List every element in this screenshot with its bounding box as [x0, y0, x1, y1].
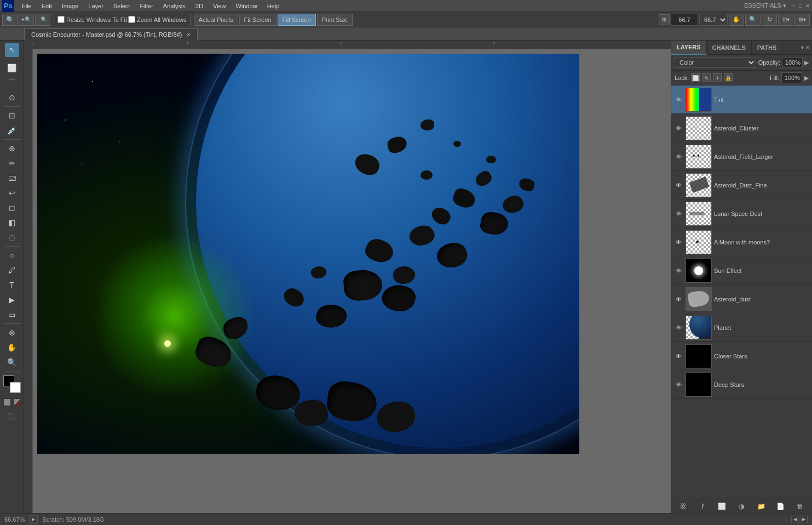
shape-tool[interactable]: ▭: [5, 307, 19, 322]
print-size-btn[interactable]: Print Size: [317, 14, 353, 26]
actual-pixels-btn[interactable]: Actual Pixels: [194, 14, 238, 26]
layer-moon-with-moons-visibility[interactable]: 👁: [673, 237, 683, 247]
nav-next-btn[interactable]: ▶: [800, 516, 808, 523]
layer-planet-visibility[interactable]: 👁: [673, 323, 683, 333]
eyedropper-tool[interactable]: 💉: [5, 123, 19, 138]
marquee-tool[interactable]: ⬜: [5, 61, 19, 75]
layers-tab[interactable]: LAYERS: [671, 41, 707, 55]
minimize-btn[interactable]: ─: [792, 3, 796, 9]
layer-new-btn[interactable]: 📄: [776, 501, 786, 511]
menu-filter[interactable]: Filter: [135, 2, 157, 10]
pen-tool[interactable]: 🖊: [5, 263, 19, 277]
lock-transparent-btn[interactable]: ⬜: [691, 73, 700, 82]
view-select-icon[interactable]: ⊡▾: [778, 14, 793, 26]
menu-image[interactable]: Image: [57, 2, 83, 10]
tab-close-btn[interactable]: ✕: [186, 32, 191, 38]
layer-sun-effect[interactable]: 👁 Sun Effect: [671, 256, 812, 285]
layer-closer-stars[interactable]: 👁 Closer Stars: [671, 342, 812, 370]
move-tool-icon[interactable]: ✋: [729, 14, 744, 26]
menu-window[interactable]: Window: [232, 2, 262, 10]
lock-all-btn[interactable]: 🔒: [724, 73, 733, 82]
lock-pixels-btn[interactable]: ✎: [702, 73, 711, 82]
layer-moon-with-moons[interactable]: 👁 A Moon with moons?: [671, 228, 812, 256]
document-tab[interactable]: Cosmic Encounter - Master.psd @ 66.7% (T…: [24, 28, 198, 41]
lock-position-btn[interactable]: +: [713, 73, 722, 82]
layer-sun-effect-visibility[interactable]: 👁: [673, 266, 683, 276]
layer-asteroid-field-larger-visibility[interactable]: 👁: [673, 152, 683, 162]
standard-mode-btn[interactable]: [3, 398, 11, 407]
zoom-all-input[interactable]: [128, 16, 135, 23]
fill-value[interactable]: 100%: [781, 72, 802, 83]
layer-closer-stars-visibility[interactable]: 👁: [673, 351, 683, 361]
menu-select[interactable]: Select: [109, 2, 135, 10]
brush-tool[interactable]: ✏: [5, 156, 19, 170]
fill-screen-btn[interactable]: Fill Screen: [278, 14, 316, 26]
eraser-tool[interactable]: ◻: [5, 201, 19, 215]
move-tool[interactable]: ↖: [5, 43, 19, 57]
zoom-tool-btn[interactable]: 🔍: [2, 14, 18, 26]
paths-tab[interactable]: PATHS: [752, 41, 783, 55]
fit-screen-btn[interactable]: Fit Screen: [239, 14, 277, 26]
menu-view[interactable]: View: [209, 2, 231, 10]
layer-delete-btn[interactable]: 🗑: [795, 501, 805, 511]
history-brush-tool[interactable]: ↩: [5, 186, 19, 200]
screen-mode-icon[interactable]: ⊞▾: [794, 14, 810, 26]
path-select-tool[interactable]: ▶: [5, 293, 19, 307]
clone-stamp-tool[interactable]: 🖃: [5, 171, 19, 185]
zoom-glass-icon[interactable]: 🔍: [745, 14, 761, 26]
layer-adjustment-btn[interactable]: ◑: [736, 501, 746, 511]
layer-tint[interactable]: 👁 Tint: [671, 85, 812, 114]
rotate-tool-icon[interactable]: ↻: [762, 14, 777, 26]
menu-3d[interactable]: 3D: [191, 2, 208, 10]
zoom-preset-select[interactable]: 66.71005025: [699, 14, 728, 26]
blur-tool[interactable]: ◌: [5, 230, 19, 244]
layer-asteroid-cluster-visibility[interactable]: 👁: [673, 123, 683, 133]
maximize-btn[interactable]: □: [799, 3, 802, 9]
menu-file[interactable]: File: [18, 2, 36, 10]
resize-windows-check[interactable]: Resize Windows To Fit: [57, 16, 127, 23]
resize-windows-input[interactable]: [57, 16, 65, 23]
layer-deep-stars[interactable]: 👁 Deep Stars: [671, 370, 812, 399]
spot-heal-tool[interactable]: ⊕: [5, 141, 19, 156]
quick-select-tool[interactable]: ⊙: [5, 90, 19, 105]
layer-lunar-space-dust-visibility[interactable]: 👁: [673, 209, 683, 219]
zoom-all-check[interactable]: Zoom All Windows: [128, 16, 186, 23]
crop-tool[interactable]: ⊡: [5, 109, 19, 123]
blend-mode-select[interactable]: Color NormalMultiplyScreen: [675, 57, 756, 68]
panel-collapse-btn[interactable]: ▾ ✕: [801, 44, 810, 50]
3d-rotate-tool[interactable]: ⊛: [5, 326, 19, 340]
layer-asteroid-dust-fine-visibility[interactable]: 👁: [673, 180, 683, 190]
layer-asteroid-dust[interactable]: 👁 Asteroid_dust: [671, 285, 812, 313]
menu-help[interactable]: Help: [263, 2, 284, 10]
nav-prev-btn[interactable]: ◀: [791, 516, 799, 523]
fill-arrow[interactable]: ▶: [804, 75, 809, 82]
zoom-out-btn[interactable]: -🔍: [35, 14, 50, 26]
lasso-tool[interactable]: ⌒: [5, 76, 19, 90]
layer-asteroid-dust-visibility[interactable]: 👁: [673, 294, 683, 304]
menu-layer[interactable]: Layer: [84, 2, 108, 10]
canvas-wrapper[interactable]: [33, 49, 671, 513]
zoom-tool[interactable]: 🔍: [5, 355, 19, 369]
layer-fx-btn[interactable]: f: [698, 501, 707, 511]
opacity-arrow[interactable]: ▶: [804, 59, 809, 66]
gradient-tool[interactable]: ◧: [5, 215, 19, 230]
hand-tool[interactable]: ✋: [5, 340, 19, 355]
background-color[interactable]: [10, 382, 21, 393]
screen-mode-btn[interactable]: ⬛: [5, 409, 19, 424]
layer-mask-btn[interactable]: ⬜: [717, 501, 727, 511]
layer-link-btn[interactable]: ⛓: [678, 501, 688, 511]
menu-analysis[interactable]: Analysis: [159, 2, 190, 10]
channels-tab[interactable]: CHANNELS: [707, 41, 752, 55]
layer-lunar-space-dust[interactable]: 👁 Lunar Space Dust: [671, 199, 812, 228]
quick-mask-btn[interactable]: [13, 398, 21, 407]
layer-asteroid-dust-fine[interactable]: 👁 Asteroid_Dust_Fine: [671, 171, 812, 199]
status-info-btn[interactable]: ▶: [29, 515, 38, 524]
zoom-in-btn[interactable]: +🔍: [19, 14, 34, 26]
layer-tint-visibility[interactable]: 👁: [673, 95, 683, 105]
layer-deep-stars-visibility[interactable]: 👁: [673, 380, 683, 390]
layer-asteroid-cluster[interactable]: 👁 ✦ Asteroid_Cluster: [671, 114, 812, 142]
zoom-level-icon[interactable]: ⊞: [659, 14, 670, 25]
type-tool[interactable]: T: [5, 278, 19, 292]
opacity-value[interactable]: 100%: [782, 57, 803, 68]
layer-group-btn[interactable]: 📁: [756, 501, 766, 511]
